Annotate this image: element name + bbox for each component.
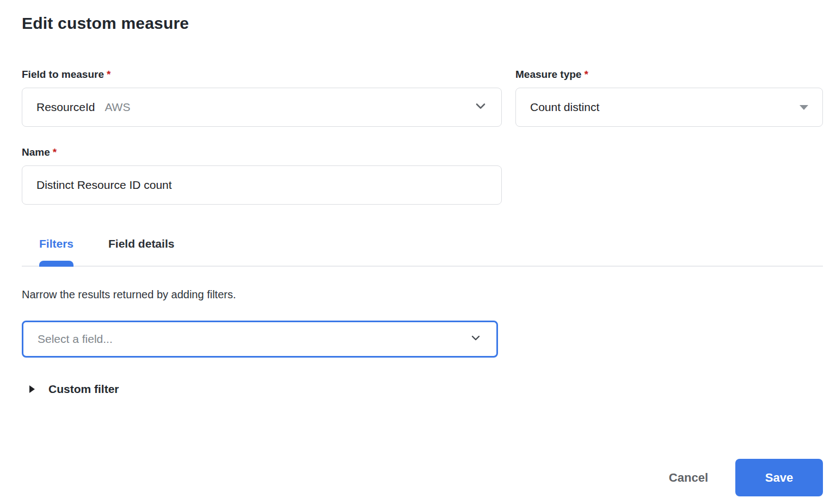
page-title: Edit custom measure <box>22 14 823 33</box>
tabs-divider: Filters Field details <box>22 237 823 267</box>
dialog-actions: Cancel Save <box>669 459 823 496</box>
measure-type-label: Measure type* <box>515 69 823 81</box>
field-to-measure-select[interactable]: ResourceId AWS <box>22 88 502 127</box>
tabs: Filters Field details <box>22 237 823 266</box>
filter-field-select[interactable]: Select a field... <box>22 321 498 358</box>
top-form-row: Field to measure* ResourceId AWS Measure… <box>22 69 823 127</box>
tab-filters-label: Filters <box>39 237 73 250</box>
cancel-button[interactable]: Cancel <box>669 471 708 485</box>
custom-filter-label: Custom filter <box>48 383 119 396</box>
required-asterisk: * <box>584 69 588 80</box>
field-to-measure-value: ResourceId <box>36 101 95 114</box>
name-label-text: Name <box>22 146 50 158</box>
field-to-measure-group: Field to measure* ResourceId AWS <box>22 69 502 127</box>
measure-type-group: Measure type* Count distinct <box>515 69 823 127</box>
field-to-measure-label: Field to measure* <box>22 69 502 81</box>
filters-description: Narrow the results returned by adding fi… <box>22 288 823 301</box>
tab-field-details-label: Field details <box>108 237 174 250</box>
required-asterisk: * <box>107 69 110 80</box>
edit-custom-measure-dialog: Edit custom measure Field to measure* Re… <box>0 0 836 504</box>
tab-filters[interactable]: Filters <box>39 237 73 266</box>
active-tab-indicator <box>39 261 73 267</box>
custom-filter-toggle[interactable]: Custom filter <box>22 383 119 396</box>
measure-type-value: Count distinct <box>530 101 599 114</box>
filter-field-placeholder: Select a field... <box>38 333 113 346</box>
name-group: Name* <box>22 146 502 205</box>
save-button[interactable]: Save <box>735 459 823 496</box>
triangle-right-icon <box>29 385 35 393</box>
triangle-down-icon <box>800 105 808 110</box>
field-to-measure-label-text: Field to measure <box>22 69 104 80</box>
name-field[interactable] <box>22 165 502 205</box>
chevron-down-icon <box>474 100 487 115</box>
name-label: Name* <box>22 146 502 158</box>
tab-field-details[interactable]: Field details <box>108 237 174 266</box>
field-to-measure-tag: AWS <box>104 101 130 114</box>
chevron-down-icon <box>469 331 482 347</box>
measure-type-label-text: Measure type <box>515 69 581 80</box>
measure-type-select[interactable]: Count distinct <box>515 88 823 127</box>
required-asterisk: * <box>53 146 57 158</box>
